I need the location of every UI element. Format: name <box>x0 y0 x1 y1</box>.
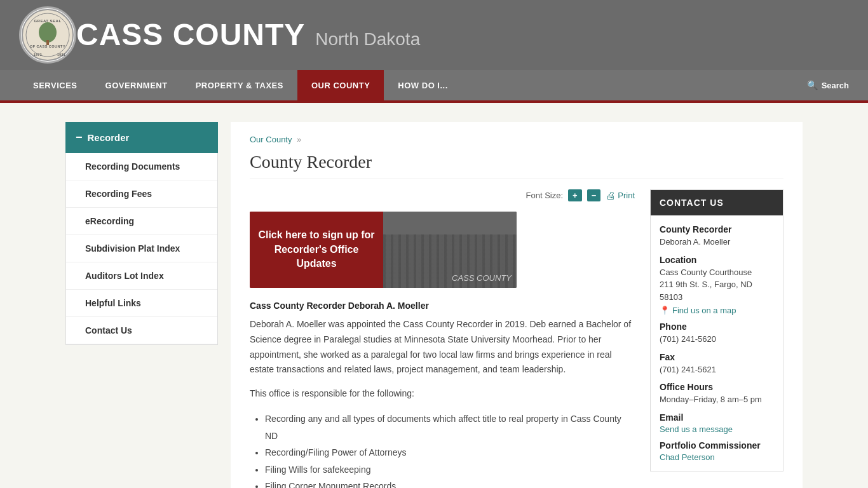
two-col-layout: Font Size: + − 🖨 Print Click here to sig… <box>250 189 783 488</box>
main-text-column: Font Size: + − 🖨 Print Click here to sig… <box>250 189 635 488</box>
banner-image[interactable]: Click here to sign up forRecorder's Offi… <box>250 212 517 288</box>
list-item: Filing Corner Monument Records <box>265 478 635 488</box>
nav-item-government[interactable]: GOVERNMENT <box>92 70 182 100</box>
breadcrumb: Our County » <box>250 135 783 144</box>
header-title-block: CASS COUNTY North Dakota <box>76 20 420 50</box>
location-pin-icon: 📍 <box>660 306 670 315</box>
contact-label-fax: Fax <box>660 352 774 362</box>
banner-county-label: CASS COUNTY <box>452 273 512 283</box>
contact-value-location: Cass County Courthouse211 9th St. S., Fa… <box>660 266 774 304</box>
contact-value-hours: Monday–Friday, 8 am–5 pm <box>660 393 774 406</box>
contact-label-commissioner: Portfolio Commissioner <box>660 440 774 451</box>
sidebar-menu: Recording Documents Recording Fees eReco… <box>65 153 218 345</box>
contact-label-phone: Phone <box>660 322 774 332</box>
list-item: Recording any and all types of documents… <box>265 410 635 444</box>
breadcrumb-separator: » <box>297 135 301 144</box>
banner-text: Click here to sign up forRecorder's Offi… <box>256 228 377 271</box>
search-label: Search <box>822 81 849 90</box>
printer-icon: 🖨 <box>606 190 615 201</box>
office-intro: This office is responsible for the follo… <box>250 386 635 402</box>
responsibilities-list: Recording any and all types of documents… <box>265 410 635 488</box>
main-nav: SERVICES GOVERNMENT PROPERTY & TAXES OUR… <box>0 70 868 100</box>
sidebar-header: − Recorder <box>65 122 218 153</box>
print-label: Print <box>618 191 635 200</box>
nav-item-how-do-i[interactable]: HOW DO I... <box>384 70 461 100</box>
site-header: GREAT SEAL OF CASS COUNTY 1873 1931 CASS… <box>0 0 868 70</box>
contact-label-recorder: County Recorder <box>660 224 774 234</box>
nav-item-our-county[interactable]: OUR COUNTY <box>297 70 384 100</box>
contact-value-phone: (701) 241-5620 <box>660 333 774 346</box>
nav-item-services[interactable]: SERVICES <box>19 70 92 100</box>
contact-box: CONTACT US County Recorder Deborah A. Mo… <box>650 189 783 471</box>
state-name: North Dakota <box>315 29 420 49</box>
contact-label-location: Location <box>660 255 774 265</box>
bio-text: Deborah A. Moeller was appointed the Cas… <box>250 317 635 377</box>
print-button[interactable]: 🖨 Print <box>606 190 635 201</box>
sidebar-item-recording-fees[interactable]: Recording Fees <box>66 180 217 208</box>
county-name: CASS COUNTY <box>76 18 305 51</box>
sidebar-header-label: Recorder <box>88 132 130 143</box>
sidebar-item-erecording[interactable]: eRecording <box>66 208 217 235</box>
contact-label-hours: Office Hours <box>660 382 774 392</box>
contact-value-recorder: Deborah A. Moeller <box>660 236 774 248</box>
banner-building-image: CASS COUNTY <box>383 212 517 288</box>
main-content: Our County » County Recorder Font Size: … <box>231 122 803 488</box>
sidebar-item-helpful-links[interactable]: Helpful Links <box>66 290 217 317</box>
content-area: − Recorder Recording Documents Recording… <box>53 122 815 488</box>
font-size-label: Font Size: <box>526 191 564 200</box>
font-increase-button[interactable]: + <box>568 189 582 201</box>
sidebar-item-auditors-lot-index[interactable]: Auditors Lot Index <box>66 262 217 290</box>
sidebar-item-subdivision-plat-index[interactable]: Subdivision Plat Index <box>66 235 217 262</box>
sidebar: − Recorder Recording Documents Recording… <box>65 122 218 488</box>
red-accent-line <box>0 100 868 103</box>
commissioner-link[interactable]: Chad Peterson <box>660 452 715 462</box>
contact-body: County Recorder Deborah A. Moeller Locat… <box>651 215 783 471</box>
svg-text:1931: 1931 <box>57 53 65 57</box>
contact-value-fax: (701) 241-5621 <box>660 363 774 376</box>
email-link[interactable]: Send us a message <box>660 424 733 434</box>
banner-text-block: Click here to sign up forRecorder's Offi… <box>250 212 383 288</box>
list-item: Recording/Filing Power of Attorneys <box>265 444 635 461</box>
svg-point-4 <box>39 22 57 43</box>
svg-rect-5 <box>46 40 49 45</box>
page-title: County Recorder <box>250 152 783 179</box>
county-seal: GREAT SEAL OF CASS COUNTY 1873 1931 <box>19 6 76 64</box>
contact-label-email: Email <box>660 412 774 423</box>
nav-item-property[interactable]: PROPERTY & TAXES <box>182 70 297 100</box>
search-icon: 🔍 <box>807 80 818 90</box>
map-link[interactable]: Find us on a map <box>672 306 736 315</box>
breadcrumb-parent-link[interactable]: Our County <box>250 135 292 144</box>
font-decrease-button[interactable]: − <box>587 189 601 201</box>
svg-text:1873: 1873 <box>34 53 42 57</box>
recorder-name-bold: Cass County Recorder Deborah A. Moeller <box>250 301 635 311</box>
sidebar-item-recording-documents[interactable]: Recording Documents <box>66 153 217 180</box>
sidebar-item-contact-us[interactable]: Contact Us <box>66 317 217 344</box>
search-button[interactable]: 🔍 Search <box>807 80 849 90</box>
contact-header: CONTACT US <box>651 190 783 215</box>
list-item: Filing Wills for safekeeping <box>265 461 635 478</box>
toolbar-row: Font Size: + − 🖨 Print <box>250 189 635 201</box>
sidebar-collapse-icon[interactable]: − <box>76 131 83 144</box>
